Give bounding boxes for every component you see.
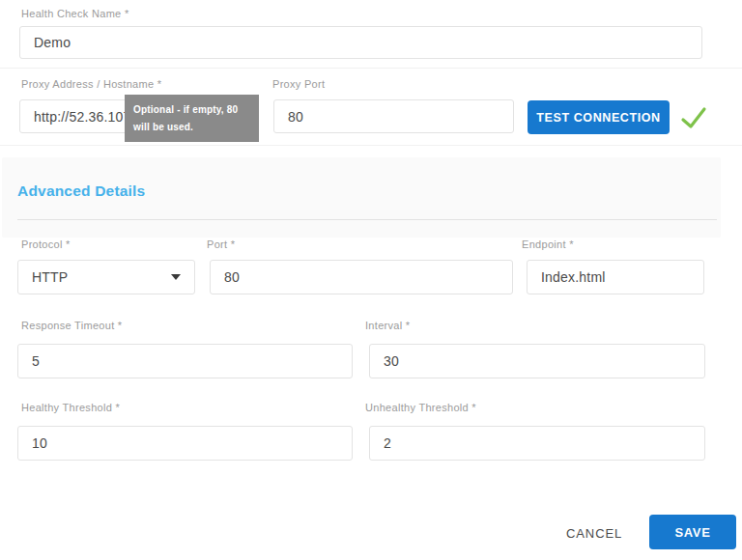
healthy-threshold-input[interactable]: [17, 426, 353, 461]
protocol-label: Protocol *: [21, 238, 71, 250]
unhealthy-threshold-label: Unhealthy Threshold *: [365, 402, 476, 413]
response-timeout-input[interactable]: [17, 344, 353, 378]
port-input[interactable]: [210, 260, 513, 294]
save-button[interactable]: SAVE: [649, 515, 736, 549]
section-divider: [17, 219, 717, 220]
row-divider: [0, 68, 742, 69]
health-check-name-input[interactable]: [19, 26, 702, 59]
protocol-select[interactable]: HTTP: [17, 260, 195, 294]
port-label: Port *: [207, 238, 235, 250]
proxy-port-label: Proxy Port: [272, 78, 325, 90]
chevron-down-icon: [171, 274, 181, 280]
test-connection-button[interactable]: TEST CONNECTION: [528, 100, 670, 134]
interval-input[interactable]: [369, 344, 705, 378]
interval-label: Interval *: [365, 320, 410, 331]
endpoint-input[interactable]: [527, 260, 704, 294]
row-divider: [0, 145, 742, 146]
proxy-port-input[interactable]: [273, 99, 514, 133]
proxy-address-label: Proxy Address / Hostname *: [21, 78, 161, 90]
protocol-select-value: HTTP: [32, 269, 68, 285]
proxy-port-tooltip: Optional - if empty, 80 will be used.: [125, 95, 259, 142]
response-timeout-label: Response Timeout *: [21, 320, 122, 331]
endpoint-label: Endpoint *: [522, 238, 574, 250]
success-check-icon: [680, 105, 707, 130]
advanced-details-heading: Advanced Details: [17, 182, 145, 200]
advanced-details-panel: Advanced Details: [2, 157, 721, 238]
unhealthy-threshold-input[interactable]: [369, 426, 705, 461]
health-check-name-label: Health Check Name *: [21, 8, 128, 19]
cancel-button[interactable]: CANCEL: [558, 520, 630, 546]
healthy-threshold-label: Healthy Threshold *: [21, 402, 120, 413]
